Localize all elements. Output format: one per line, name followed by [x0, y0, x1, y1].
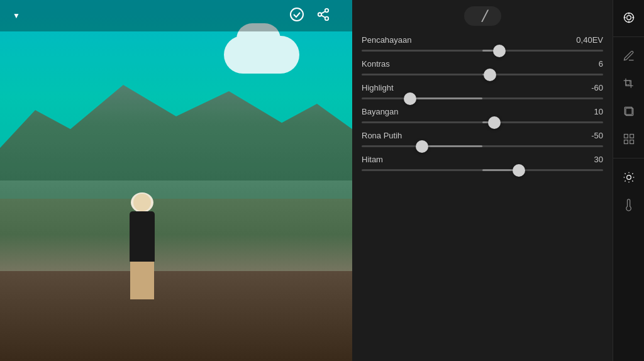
adj-label-rona-putih: Rona Putih: [362, 131, 402, 140]
edit-button[interactable]: ▼: [9, 11, 20, 20]
checkmark-icon[interactable]: [290, 8, 304, 25]
chevron-down-icon: ▼: [13, 11, 20, 20]
svg-line-27: [632, 174, 633, 174]
topbar-icons: [290, 8, 343, 25]
adj-value-highlight: -60: [591, 83, 603, 92]
photo-ground: [0, 271, 352, 362]
adj-label-row-pencahayaan: Pencahayaan0,40EV: [362, 35, 603, 45]
controls-panel: ╱ Pencahayaan0,40EVKontras6Highlight-60B…: [352, 0, 644, 361]
kurva-curve-icon: ╱: [482, 10, 489, 22]
svg-rect-18: [630, 140, 633, 144]
person-figure: [123, 194, 161, 307]
slider-track-pencahayaan[interactable]: [362, 50, 603, 52]
adj-value-pencahayaan: 0,40EV: [576, 35, 603, 45]
adj-label-row-kontras: Kontras6: [362, 59, 603, 69]
adj-value-rona-putih: -50: [591, 131, 603, 140]
adjustment-row-highlight: Highlight-60: [362, 83, 603, 99]
slider-track-kontras[interactable]: [362, 74, 603, 75]
slider-track-bayangan[interactable]: [362, 121, 603, 123]
adj-label-row-rona-putih: Rona Putih-50: [362, 131, 603, 140]
slider-thumb-bayangan[interactable]: [488, 116, 501, 129]
crop-icon[interactable]: [618, 72, 640, 95]
photo-topbar: ▼: [0, 0, 352, 31]
kurva-button[interactable]: ╱: [464, 6, 501, 26]
adjustment-row-bayangan: Bayangan10: [362, 107, 603, 123]
adj-label-highlight: Highlight: [362, 83, 394, 92]
slider-track-rona-putih[interactable]: [362, 145, 603, 147]
svg-line-26: [625, 181, 625, 181]
photo-background: [0, 0, 352, 361]
adj-label-row-hitam: Hitam30: [362, 155, 603, 164]
photo-panel: ▼: [0, 0, 352, 361]
adj-label-row-highlight: Highlight-60: [362, 83, 603, 92]
controls-main: ╱ Pencahayaan0,40EVKontras6Highlight-60B…: [352, 0, 613, 361]
svg-rect-17: [624, 140, 628, 144]
svg-rect-15: [624, 135, 628, 138]
svg-point-0: [291, 8, 303, 21]
adj-value-bayangan: 10: [594, 107, 603, 116]
svg-rect-12: [626, 81, 630, 85]
svg-point-3: [325, 16, 329, 19]
person-body: [130, 211, 155, 262]
adjustment-row-kontras: Kontras6: [362, 59, 603, 75]
sliders-container: Pencahayaan0,40EVKontras6Highlight-60Bay…: [362, 35, 603, 171]
adjustment-row-rona-putih: Rona Putih-50: [362, 131, 603, 147]
svg-line-5: [321, 11, 325, 13]
slider-thumb-pencahayaan[interactable]: [493, 45, 506, 57]
person-legs: [130, 262, 154, 299]
slider-thumb-hitam[interactable]: [513, 164, 525, 177]
adj-label-bayangan: Bayangan: [362, 107, 399, 116]
slider-track-hitam[interactable]: [362, 169, 603, 171]
svg-line-23: [632, 181, 633, 181]
svg-line-22: [625, 174, 625, 174]
enhance-icon[interactable]: [618, 128, 640, 150]
layers-icon[interactable]: [618, 100, 640, 123]
slider-thumb-highlight[interactable]: [404, 92, 416, 105]
svg-line-4: [321, 15, 325, 18]
slider-fill-highlight: [410, 97, 482, 99]
slider-thumb-kontras[interactable]: [484, 69, 496, 81]
svg-point-19: [626, 175, 631, 180]
adj-label-kontras: Kontras: [362, 59, 390, 69]
person-headscarf: [131, 192, 153, 213]
slider-fill-rona-putih: [422, 145, 482, 147]
slider-thumb-rona-putih[interactable]: [416, 140, 428, 153]
right-sidebar: [613, 0, 644, 361]
adj-label-row-bayangan: Bayangan10: [362, 107, 603, 116]
adj-label-pencahayaan: Pencahayaan: [362, 35, 412, 45]
adj-value-kontras: 6: [599, 59, 603, 69]
edit-tool-icon[interactable]: [618, 45, 640, 67]
light-icon[interactable]: [618, 166, 640, 189]
share-icon[interactable]: [316, 8, 330, 25]
svg-point-1: [325, 8, 329, 12]
adjustment-row-hitam: Hitam30: [362, 155, 603, 171]
adj-value-hitam: 30: [594, 155, 603, 164]
svg-point-7: [626, 16, 631, 20]
adjustment-row-pencahayaan: Pencahayaan0,40EV: [362, 35, 603, 52]
slider-track-highlight[interactable]: [362, 97, 603, 99]
kurva-header: ╱: [362, 6, 603, 26]
sidebar-divider: [613, 158, 644, 158]
svg-rect-16: [630, 135, 633, 138]
person-head: [133, 194, 151, 211]
sidebar-divider: [613, 36, 644, 37]
svg-point-2: [318, 13, 322, 16]
filter-icon[interactable]: [618, 6, 640, 29]
temp-icon[interactable]: [618, 194, 640, 216]
adj-label-hitam: Hitam: [362, 155, 383, 164]
